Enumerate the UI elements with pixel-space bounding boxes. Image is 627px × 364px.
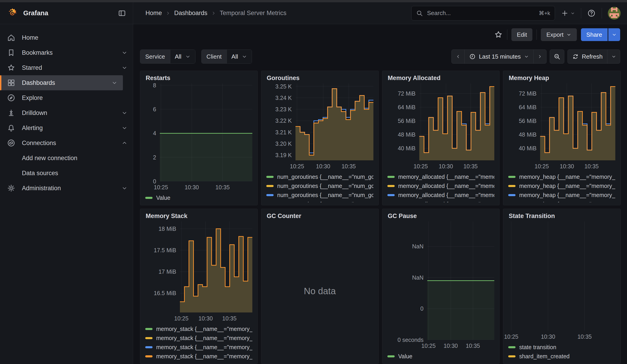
client-filter-value[interactable]: All	[227, 50, 252, 63]
service-filter[interactable]: Service All	[140, 50, 195, 64]
legend-label: memory_heap {__name__="memory_h	[519, 174, 615, 180]
panel-title-gc-counter[interactable]: GC Counter	[267, 212, 373, 220]
share-button[interactable]: Share	[581, 28, 608, 41]
legend-item[interactable]: memory_allocated {__name__="memo	[387, 172, 495, 181]
legend-item[interactable]: memory_allocated {__name__="memo	[387, 200, 495, 202]
legend-label: memory_heap {__name__="memory_h	[519, 183, 615, 189]
y-axis-tick: 64 MiB	[398, 104, 416, 110]
panel-title-state-transition[interactable]: State Transition	[509, 212, 615, 220]
service-filter-value[interactable]: All	[170, 50, 195, 63]
sidebar-item-dashboards[interactable]: Dashboards	[0, 75, 123, 90]
refresh-button[interactable]: Refresh	[568, 50, 607, 63]
panel-title-restarts[interactable]: Restarts	[146, 75, 252, 82]
sidebar-item-data-sources[interactable]: Data sources	[0, 166, 133, 181]
goroutines-chart[interactable]: 3.25 K3.24 K3.23 K3.22 K3.21 K3.20 K3.19…	[266, 84, 373, 171]
legend-item[interactable]: Value	[387, 352, 495, 361]
breadcrumb-current: Temporal Server Metrics	[220, 9, 287, 17]
sidebar-item-starred[interactable]: Starred	[0, 60, 133, 75]
panel-title-memory-stack[interactable]: Memory Stack	[146, 212, 252, 220]
star-icon	[7, 63, 15, 72]
memory-allocated-chart[interactable]: 72 MiB64 MiB56 MiB48 MiB40 MiB10:2510:30…	[387, 84, 495, 171]
search-input[interactable]	[427, 9, 535, 17]
restarts-chart[interactable]: 8642010:2510:3010:35	[145, 84, 252, 192]
chevron-down-icon	[611, 54, 616, 59]
divider	[507, 29, 507, 40]
y-axis-tick: 3.24 K	[275, 95, 292, 101]
legend-label: memory_allocated {__name__="memo	[398, 174, 495, 180]
zoom-out-icon	[554, 53, 560, 60]
client-filter-selected: All	[231, 53, 238, 60]
chevron-down-icon	[566, 32, 571, 37]
refresh-interval-dropdown[interactable]	[607, 50, 620, 63]
breadcrumb-home[interactable]: Home	[146, 9, 162, 17]
legend-color-marker	[508, 346, 516, 348]
legend: memory_allocated {__name__="memomemory_a…	[387, 172, 495, 202]
edit-button[interactable]: Edit	[511, 28, 533, 41]
sidebar-item-bookmarks[interactable]: Bookmarks	[0, 45, 133, 60]
time-shift-forward-button[interactable]	[533, 50, 546, 63]
x-axis-tick: 10:35	[215, 184, 230, 191]
legend-item[interactable]: state transition	[508, 343, 615, 352]
time-range-picker[interactable]: Last 15 minutes	[465, 50, 533, 63]
legend-item[interactable]: num_goroutines {__name__="num_go	[266, 200, 373, 202]
time-shift-back-button[interactable]	[452, 50, 465, 63]
legend-color-marker	[508, 355, 516, 357]
panel-title-goroutines[interactable]: Goroutines	[267, 75, 373, 82]
x-axis-tick: 10:25	[174, 315, 189, 322]
sidebar-item-alerting[interactable]: Alerting	[0, 120, 133, 135]
legend-item[interactable]: memory_stack {__name__="memory_s	[145, 352, 252, 361]
legend-label: memory_stack {__name__="memory_s	[156, 344, 252, 351]
favorite-dashboard-button[interactable]	[494, 30, 503, 39]
bell-icon	[7, 124, 15, 132]
sidebar-toggle-button[interactable]	[118, 9, 126, 17]
chevron-down-icon	[524, 54, 529, 59]
add-new-button[interactable]	[561, 9, 575, 17]
client-filter[interactable]: Client All	[201, 50, 252, 64]
legend-item[interactable]: num_goroutines {__name__="num_go	[266, 172, 373, 181]
legend-item[interactable]: shard_item_created	[508, 352, 615, 361]
sidebar-item-connections[interactable]: Connections	[0, 135, 133, 151]
zoom-out-time-button[interactable]	[550, 50, 564, 64]
legend-color-marker	[508, 185, 516, 187]
y-axis-tick: NaN	[412, 274, 423, 281]
panel-title-gc-pause[interactable]: GC Pause	[388, 212, 494, 220]
help-button[interactable]	[587, 9, 596, 18]
legend-item[interactable]: memory_stack {__name__="memory_s	[145, 343, 252, 352]
search-box[interactable]: ⌘+k	[411, 6, 555, 20]
sidebar-item-label: Drilldown	[22, 109, 115, 116]
legend-item[interactable]: num_goroutines {__name__="num_go	[266, 181, 373, 190]
memory-heap-chart[interactable]: 72 MiB64 MiB56 MiB48 MiB40 MiB10:2510:30…	[508, 84, 615, 171]
legend-item[interactable]: memory_heap {__name__="memory_h	[508, 200, 615, 202]
legend-item[interactable]: memory_allocated {__name__="memo	[387, 190, 495, 200]
legend-color-marker	[387, 194, 395, 196]
legend-item[interactable]: memory_stack {__name__="memory_s	[145, 324, 252, 333]
sidebar-item-administration[interactable]: Administration	[0, 181, 133, 196]
legend-item[interactable]: memory_heap {__name__="memory_h	[508, 190, 615, 200]
y-axis-tick: 72 MiB	[398, 90, 416, 97]
legend-item[interactable]: memory_heap {__name__="memory_h	[508, 172, 615, 181]
sidebar-item-home[interactable]: Home	[0, 30, 133, 45]
user-avatar[interactable]	[608, 7, 621, 20]
legend-item[interactable]: Value	[145, 193, 252, 202]
x-axis-tick: 10:30	[560, 163, 574, 170]
template-variable-filters: Service All Client All	[140, 50, 252, 64]
sidebar-item-drilldown[interactable]: Drilldown	[0, 105, 133, 120]
gc-pause-chart[interactable]: NaNNaN00 seconds10:2510:3010:35	[387, 221, 495, 351]
sidebar-item-explore[interactable]: Explore	[0, 90, 133, 105]
share-dropdown-button[interactable]	[608, 28, 620, 41]
breadcrumb-dashboards[interactable]: Dashboards	[174, 9, 208, 17]
sidebar-item-label: Connections	[22, 140, 115, 147]
panel-title-memory-allocated[interactable]: Memory Allocated	[388, 75, 494, 82]
legend-item[interactable]: memory_heap {__name__="memory_h	[508, 181, 615, 190]
legend-item[interactable]: num_goroutines {__name__="num_go	[266, 190, 373, 200]
legend-item[interactable]: memory_stack {__name__="memory_s	[145, 333, 252, 343]
y-axis-tick: 2	[153, 154, 156, 160]
state-transition-chart[interactable]: 10:2510:3010:35	[508, 221, 615, 342]
legend-item[interactable]: memory_allocated {__name__="memo	[387, 181, 495, 190]
x-axis-tick: 10:35	[463, 163, 478, 170]
panel-title-memory-heap[interactable]: Memory Heap	[509, 75, 615, 82]
y-axis-tick: 3.22 K	[275, 117, 292, 124]
memory-stack-chart[interactable]: 18 MiB17.5 MiB17 MiB16.5 MiB10:2510:3010…	[145, 221, 252, 323]
sidebar-item-add-new-connection[interactable]: Add new connection	[0, 151, 133, 166]
export-button[interactable]: Export	[541, 28, 576, 41]
